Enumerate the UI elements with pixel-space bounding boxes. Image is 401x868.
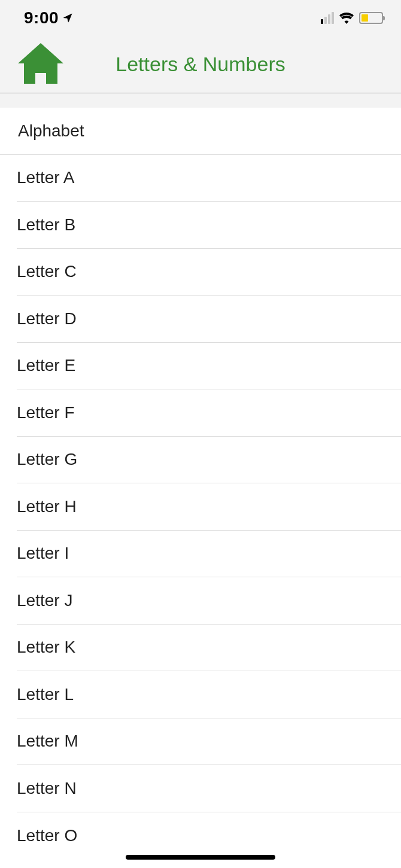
status-left: 9:00	[24, 8, 73, 28]
status-bar: 9:00	[0, 0, 401, 36]
list-item-label: Letter J	[17, 591, 72, 610]
list-item-label: Letter C	[17, 262, 77, 281]
list-item-label: Letter M	[17, 732, 78, 751]
list-item[interactable]: Letter M	[17, 718, 401, 766]
home-button[interactable]	[18, 43, 63, 86]
list-item-label: Letter H	[17, 497, 77, 516]
status-time: 9:00	[24, 8, 59, 28]
list-item[interactable]: Letter O	[17, 812, 401, 860]
list-item[interactable]: Letter C	[17, 249, 401, 296]
list-item-label: Letter B	[17, 215, 75, 234]
wifi-icon	[339, 12, 354, 24]
list-item[interactable]: Letter L	[17, 671, 401, 718]
list-item[interactable]: Letter F	[17, 389, 401, 437]
list-item[interactable]: Letter E	[17, 343, 401, 390]
location-icon	[62, 13, 73, 23]
home-icon	[18, 43, 63, 84]
spacer	[0, 93, 401, 108]
list-item[interactable]: Letter G	[17, 437, 401, 484]
list-item[interactable]: Alphabet	[0, 108, 401, 155]
list-item[interactable]: Letter A	[17, 155, 401, 202]
home-indicator[interactable]	[126, 855, 275, 860]
list-item-label: Letter K	[17, 638, 75, 657]
page-title: Letters & Numbers	[116, 53, 285, 76]
nav-bar: Letters & Numbers	[0, 36, 401, 93]
list-item-label: Letter O	[17, 826, 77, 845]
list-item-label: Letter E	[17, 356, 75, 375]
list-item[interactable]: Letter D	[17, 296, 401, 343]
list-item[interactable]: Letter J	[17, 577, 401, 625]
list-item-label: Letter L	[17, 685, 74, 704]
list-item[interactable]: Letter B	[17, 202, 401, 249]
list-item[interactable]: Letter K	[17, 625, 401, 672]
list-item-label: Letter D	[17, 309, 77, 328]
list-item-label: Letter N	[17, 779, 77, 798]
list[interactable]: Alphabet Letter A Letter B Letter C Lett…	[0, 108, 401, 859]
cellular-signal-icon	[321, 12, 334, 24]
status-right	[321, 12, 383, 24]
list-item-label: Letter F	[17, 403, 74, 422]
list-item-label: Letter I	[17, 544, 69, 563]
list-item-label: Letter G	[17, 450, 77, 469]
list-item-label: Alphabet	[18, 121, 84, 141]
list-item-label: Letter A	[17, 168, 75, 187]
list-item[interactable]: Letter N	[17, 765, 401, 812]
battery-icon	[359, 12, 383, 24]
list-item[interactable]: Letter H	[17, 483, 401, 531]
list-item[interactable]: Letter I	[17, 531, 401, 578]
